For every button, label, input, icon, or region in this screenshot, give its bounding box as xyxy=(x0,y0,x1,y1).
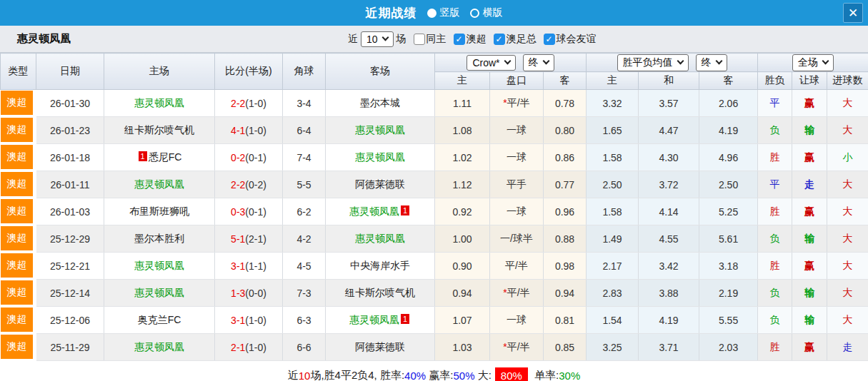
odds-company-select[interactable]: Crow* xyxy=(467,55,515,71)
filter-ffa-cup[interactable]: ✓ 澳足总 xyxy=(494,33,537,46)
near-label: 近 xyxy=(348,33,358,46)
let-ball-value: 输 xyxy=(804,287,814,298)
goals-cell: 大 xyxy=(827,225,868,253)
chevron-down-icon xyxy=(504,58,511,65)
filter-same-home-label: 同主 xyxy=(426,33,447,46)
filter-club-friendly[interactable]: ✓ 球会友谊 xyxy=(544,33,597,46)
home-team-name: 惠灵顿凤凰 xyxy=(134,287,184,298)
rank-badge: 1 xyxy=(401,314,409,324)
result-value: 胜 xyxy=(770,260,780,271)
full-time-score: 0-2 xyxy=(231,152,245,163)
let-ball-value: 赢 xyxy=(804,260,814,271)
scope-select[interactable]: 全场 xyxy=(792,54,834,71)
corner-cell: 6-6 xyxy=(283,334,326,361)
rank-badge: 1 xyxy=(401,205,409,215)
handicap-cell: 一球 xyxy=(490,117,544,144)
avg-draw-cell: 4.55 xyxy=(639,225,699,253)
away-team-name: 中央海岸水手 xyxy=(350,260,410,271)
result-cell: 胜 xyxy=(758,253,792,280)
avg-draw-cell: 4.30 xyxy=(639,144,699,171)
avg-lose-cell: 4.19 xyxy=(699,117,758,144)
let-ball-cell: 输 xyxy=(792,307,827,334)
checkbox-icon: ✓ xyxy=(544,34,555,45)
avg-odds-select[interactable]: 胜平负均值 xyxy=(617,54,689,71)
avg-win-cell: 1.54 xyxy=(587,307,639,334)
results-table-body: 澳超 26-01-30 惠灵顿凤凰 2-2(1-0) 3-4 墨尔本城 1.11… xyxy=(1,90,868,361)
corner-cell: 7-3 xyxy=(283,280,326,307)
odds-stage-select[interactable]: 终 xyxy=(523,54,554,71)
radio-vertical-layout[interactable]: 竖版 xyxy=(427,6,460,19)
league-type-badge: 澳超 xyxy=(1,308,34,332)
result-value: 平 xyxy=(770,97,780,108)
avg-stage-value: 终 xyxy=(702,56,712,69)
goals-cell: 大 xyxy=(827,307,868,334)
col-header-home: 主场 xyxy=(104,54,215,90)
let-ball-cell: 输 xyxy=(792,117,827,144)
let-ball-cell: 走 xyxy=(792,171,827,198)
filter-same-home[interactable]: ✓ 同主 xyxy=(414,33,447,46)
check-icon: ✓ xyxy=(456,35,463,44)
league-type-badge: 澳超 xyxy=(1,199,34,223)
handicap-cell: *平/半 xyxy=(490,90,544,117)
score-cell: 0-3(0-1) xyxy=(215,198,283,225)
filter-club-friendly-label: 球会友谊 xyxy=(557,33,597,46)
score-cell: 3-1(1-0) xyxy=(215,307,283,334)
result-cell: 胜 xyxy=(758,144,792,171)
goals-cell: 大 xyxy=(827,253,868,280)
filter-a-league[interactable]: ✓ 澳超 xyxy=(454,33,487,46)
home-team-cell: 惠灵顿凤凰 xyxy=(104,171,215,198)
goals-value: 大 xyxy=(843,205,853,217)
chevron-down-icon xyxy=(715,58,722,65)
home-team-name: 惠灵顿凤凰 xyxy=(134,341,184,352)
goals-cell: 大 xyxy=(827,198,868,225)
checkbox-icon: ✓ xyxy=(494,34,505,45)
score-cell: 2-1(1-0) xyxy=(215,334,283,361)
let-ball-cell: 赢 xyxy=(792,144,827,171)
avg-lose-cell: 2.06 xyxy=(699,90,758,117)
result-value: 平 xyxy=(770,178,780,190)
odds-home-cell: 1.02 xyxy=(435,144,490,171)
avg-lose-cell: 2.19 xyxy=(699,280,758,307)
half-time-score: (1-0) xyxy=(245,342,266,353)
summary-footer: 近10场,胜4平2负4, 胜率:40% 赢率:50% 大:80% 单率:30% xyxy=(0,361,868,381)
result-cell: 负 xyxy=(758,280,792,307)
home-team-cell: 惠灵顿凤凰 xyxy=(104,334,215,361)
handicap-cell: 平/半 xyxy=(490,253,544,280)
rank-badge: 1 xyxy=(139,151,147,161)
titlebar-center: 近期战绩 竖版 横版 xyxy=(366,5,503,21)
away-team-cell: 阿德莱德联 xyxy=(326,171,435,198)
odds-home-cell: 0.90 xyxy=(435,253,490,280)
home-team-cell: 惠灵顿凤凰 xyxy=(104,90,215,117)
away-team-name: 惠灵顿凤凰 xyxy=(349,314,399,325)
avg-win-cell: 1.58 xyxy=(587,198,639,225)
avg-draw-cell: 3.42 xyxy=(639,253,699,280)
full-time-score: 3-1 xyxy=(231,315,245,326)
corner-cell: 6-2 xyxy=(283,198,326,225)
league-type-badge: 澳超 xyxy=(1,280,34,305)
home-team-cell: 1悉尼FC xyxy=(104,144,215,171)
radio-horizontal-label: 横版 xyxy=(483,6,503,19)
chevron-down-icon xyxy=(542,58,549,65)
home-team-name: 布里斯班狮吼 xyxy=(129,205,189,217)
odds-home-cell: 0.92 xyxy=(435,198,490,225)
close-button[interactable]: ✕ xyxy=(843,3,863,23)
footer-count: 10 xyxy=(299,370,311,381)
full-time-score: 2-2 xyxy=(231,98,245,109)
half-time-score: (0-0) xyxy=(245,288,266,299)
let-ball-value: 输 xyxy=(804,124,814,136)
col-header-type: 类型 xyxy=(1,54,36,90)
league-type-cell: 澳超 xyxy=(1,117,36,144)
match-count-select[interactable]: 10 xyxy=(361,31,394,47)
odds-home-cell: 1.00 xyxy=(435,225,490,253)
home-team-name: 墨尔本胜利 xyxy=(134,233,184,244)
radio-horizontal-layout[interactable]: 横版 xyxy=(470,6,503,19)
odds-home-cell: 1.03 xyxy=(435,334,490,361)
corner-cell: 4-2 xyxy=(283,225,326,253)
odds-company-value: Crow* xyxy=(472,57,499,68)
handicap-cell: *平/半 xyxy=(490,280,544,307)
matches-label: 场 xyxy=(396,33,406,46)
avg-stage-select[interactable]: 终 xyxy=(696,54,727,71)
filter-a-league-label: 澳超 xyxy=(467,33,487,46)
goals-cell: 大 xyxy=(827,171,868,198)
avg-lose-cell: 2.50 xyxy=(699,171,758,198)
